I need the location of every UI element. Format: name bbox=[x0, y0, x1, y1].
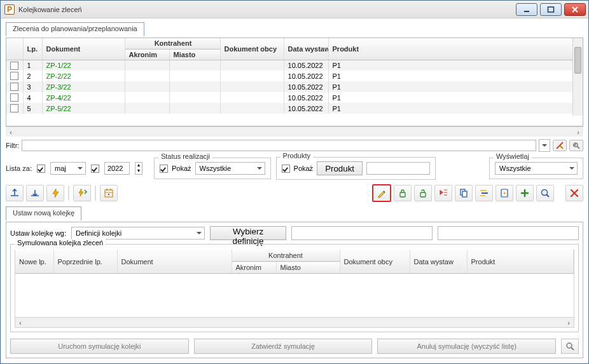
col-miasto[interactable]: Miasto bbox=[169, 49, 220, 60]
svg-rect-9 bbox=[110, 189, 111, 191]
col-data-wystaw[interactable]: Data wystaw bbox=[284, 38, 328, 60]
svg-point-10 bbox=[108, 194, 109, 195]
filter-input[interactable] bbox=[22, 140, 536, 151]
table-row[interactable]: 2ZP-2/2210.05.2022P1 bbox=[6, 71, 583, 81]
run-simulation-button[interactable]: Uruchom symulację kolejki bbox=[10, 339, 189, 354]
table-row[interactable]: 3ZP-3/2210.05.2022P1 bbox=[6, 81, 583, 92]
product-input[interactable] bbox=[366, 162, 430, 175]
products-show-checkbox[interactable] bbox=[282, 165, 290, 173]
col-akronim[interactable]: Akronim bbox=[125, 49, 169, 60]
year-spinner[interactable]: ▲▼ bbox=[135, 162, 142, 175]
cell-produkt: P1 bbox=[328, 103, 582, 114]
cell-data: 10.05.2022 bbox=[284, 60, 328, 71]
definition-input-1[interactable] bbox=[291, 226, 433, 240]
cell-dokument[interactable]: ZP-2/22 bbox=[42, 71, 125, 81]
cell-miasto bbox=[169, 71, 220, 81]
row-checkbox[interactable] bbox=[10, 83, 18, 91]
col-kontrahent[interactable]: Kontrahent bbox=[125, 38, 220, 49]
row-checkbox[interactable] bbox=[10, 104, 18, 112]
minimize-button[interactable] bbox=[516, 3, 537, 16]
copy-icon[interactable] bbox=[455, 185, 473, 201]
display-select[interactable]: Wszystkie bbox=[495, 162, 578, 175]
cell-lp: 3 bbox=[23, 81, 42, 92]
tab-set-new-queue[interactable]: Ustaw nową kolejkę bbox=[6, 206, 81, 220]
year-checkbox[interactable] bbox=[91, 165, 99, 173]
definition-input-2[interactable] bbox=[438, 226, 579, 240]
horizontal-scrollbar[interactable]: ‹› bbox=[6, 126, 583, 137]
col-dokument-obcy[interactable]: Dokument obcy bbox=[220, 38, 284, 60]
status-show-checkbox[interactable] bbox=[160, 165, 168, 173]
cell-dokument[interactable]: ZP-4/22 bbox=[42, 92, 125, 103]
svg-rect-8 bbox=[106, 189, 107, 191]
outdent-icon[interactable] bbox=[434, 185, 452, 201]
zoom-icon[interactable] bbox=[536, 185, 554, 201]
status-select[interactable]: Wszystkie bbox=[195, 162, 265, 175]
products-show-label: Pokaż bbox=[294, 165, 314, 172]
cell-akronim bbox=[125, 71, 169, 81]
calendar-icon[interactable] bbox=[100, 185, 118, 201]
col-produkt[interactable]: Produkt bbox=[328, 38, 582, 60]
cell-akronim bbox=[125, 92, 169, 103]
month-checkbox[interactable] bbox=[37, 165, 45, 173]
queue-definition-select[interactable]: Definicji kolejki bbox=[71, 227, 205, 239]
cell-dok-obcy bbox=[220, 81, 284, 92]
play-icon[interactable] bbox=[495, 185, 513, 201]
sim-col-miasto[interactable]: Miasto bbox=[276, 262, 340, 274]
app-icon: P bbox=[4, 4, 15, 15]
col-lp[interactable]: Lp. bbox=[23, 38, 42, 60]
lock-icon[interactable] bbox=[394, 185, 412, 201]
search-button[interactable] bbox=[561, 339, 579, 354]
vertical-scrollbar[interactable] bbox=[572, 38, 583, 116]
row-checkbox[interactable] bbox=[10, 72, 18, 80]
cell-dokument[interactable]: ZP-1/22 bbox=[42, 60, 125, 71]
table-row[interactable]: 4ZP-4/2210.05.2022P1 bbox=[6, 92, 583, 103]
gantt-icon[interactable] bbox=[475, 185, 493, 201]
sim-col-produkt[interactable]: Produkt bbox=[467, 250, 573, 274]
sim-col-dokument[interactable]: Dokument bbox=[117, 250, 232, 274]
svg-rect-1 bbox=[548, 7, 554, 12]
unlock-icon[interactable] bbox=[414, 185, 432, 201]
col-dokument[interactable]: Dokument bbox=[42, 38, 125, 60]
maximize-button[interactable] bbox=[540, 3, 562, 16]
products-legend: Produkty bbox=[281, 152, 313, 159]
status-show-label: Pokaż bbox=[172, 165, 191, 172]
import-icon[interactable] bbox=[26, 185, 44, 201]
product-button[interactable]: Produkt bbox=[317, 161, 363, 175]
sim-col-poprz-lp[interactable]: Poprzednie lp. bbox=[53, 250, 117, 274]
cancel-simulation-button[interactable]: Anuluj symulację (wyczyść listę) bbox=[377, 339, 556, 354]
construct-filter-button[interactable] bbox=[553, 140, 567, 151]
flash-arrow-icon[interactable] bbox=[73, 185, 91, 201]
export-icon[interactable] bbox=[6, 185, 24, 201]
choose-definition-button[interactable]: Wybierz definicję bbox=[210, 226, 286, 240]
sim-col-akronim[interactable]: Akronim bbox=[232, 262, 276, 274]
month-select[interactable]: maj bbox=[50, 162, 86, 175]
edit-highlighted-icon[interactable] bbox=[372, 184, 391, 202]
approve-simulation-button[interactable]: Zatwierdź symulację bbox=[194, 339, 373, 354]
delete-icon[interactable] bbox=[565, 185, 583, 201]
sim-col-dok-obcy[interactable]: Dokument obcy bbox=[340, 250, 410, 274]
display-legend: Wyświetlaj bbox=[494, 152, 532, 160]
close-button[interactable] bbox=[564, 3, 586, 16]
filter-history-dropdown[interactable] bbox=[539, 139, 550, 152]
svg-rect-6 bbox=[105, 190, 113, 197]
sim-col-kontrahent[interactable]: Kontrahent bbox=[232, 250, 340, 262]
row-checkbox[interactable] bbox=[10, 62, 18, 70]
sim-col-data[interactable]: Data wystaw bbox=[410, 250, 467, 274]
row-checkbox[interactable] bbox=[10, 93, 18, 102]
svg-rect-12 bbox=[420, 192, 426, 197]
table-row[interactable]: 5ZP-5/2210.05.2022P1 bbox=[6, 103, 583, 114]
svg-point-21 bbox=[567, 343, 572, 348]
cell-lp: 2 bbox=[23, 71, 42, 81]
flash-icon[interactable] bbox=[46, 185, 64, 201]
clear-filter-button[interactable] bbox=[569, 140, 583, 151]
year-input[interactable] bbox=[104, 162, 130, 175]
cell-dokument[interactable]: ZP-3/22 bbox=[42, 81, 125, 92]
orders-grid[interactable]: Lp. Dokument Kontrahent Dokument obcy Da… bbox=[6, 37, 583, 126]
tab-orders-to-plan[interactable]: Zlecenia do planowania/przeplanowania bbox=[6, 22, 144, 36]
table-row[interactable]: 1ZP-1/2210.05.2022P1 bbox=[6, 60, 583, 71]
sim-col-nowe-lp[interactable]: Nowe lp. bbox=[15, 250, 53, 274]
sim-grid[interactable]: Nowe lp. Poprzednie lp. Dokument Kontrah… bbox=[15, 250, 574, 328]
sim-horizontal-scrollbar[interactable]: ‹› bbox=[15, 317, 574, 327]
add-icon[interactable] bbox=[516, 185, 534, 201]
cell-dokument[interactable]: ZP-5/22 bbox=[42, 103, 125, 114]
